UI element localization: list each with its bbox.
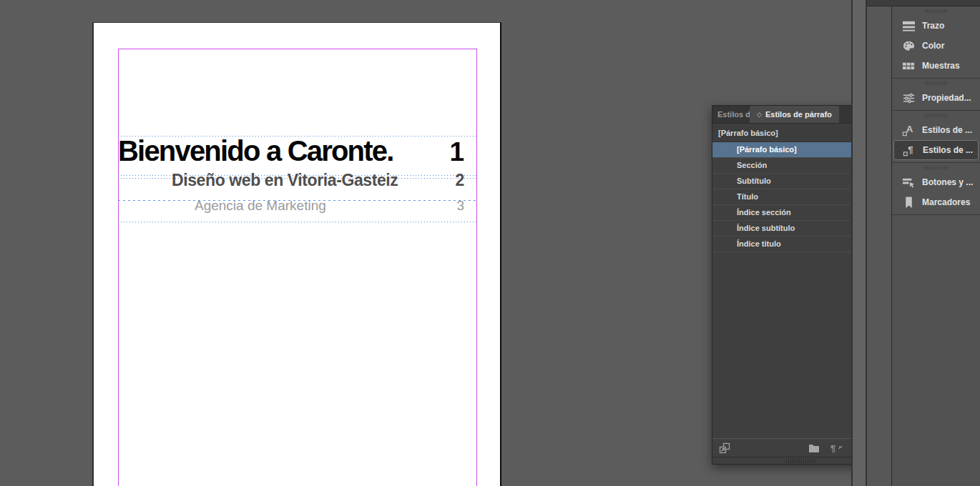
dock-item-estilos-de[interactable]: ¶Estilos de ...	[893, 140, 979, 160]
dock-group-grip[interactable]	[892, 79, 980, 88]
tab-paragraph-styles-label: Estilos de párrafo	[765, 110, 832, 119]
margin-guide-right	[476, 49, 477, 486]
svg-text:A: A	[906, 124, 913, 134]
dock-group-grip[interactable]	[892, 111, 980, 120]
dock-item-label: Muestras	[922, 61, 960, 71]
dock-item-estilos-de[interactable]: AEstilos de ...	[892, 120, 980, 140]
margin-guide-top	[118, 49, 476, 49]
sliders-icon	[901, 91, 916, 105]
dock-item-label: Propiedad...	[922, 93, 971, 103]
dock-item-label: Color	[922, 41, 944, 51]
margin-guide-left	[118, 49, 119, 486]
buttons-forms-icon	[901, 175, 916, 189]
square-arrow-icon[interactable]	[719, 442, 730, 454]
clear-overrides-icon[interactable]: ¶	[830, 443, 843, 453]
toc-page-number: 2	[456, 171, 464, 190]
toc-row: Agencia de Marketing3	[195, 198, 464, 214]
dock-panel-group: Botones y ...Marcadores	[892, 163, 980, 215]
stroke-icon	[901, 19, 916, 33]
current-style-label: [Párrafo básico]	[718, 129, 853, 137]
panel-dock: TrazoColorMuestrasPropiedad...AEstilos d…	[891, 6, 980, 486]
dock-item-label: Trazo	[922, 21, 944, 31]
bookmark-icon	[901, 195, 916, 209]
dock-top-bar	[867, 0, 980, 6]
dock-item-marcadores[interactable]: Marcadores	[892, 192, 980, 212]
swatches-icon	[901, 59, 916, 73]
toc-entry-text: Agencia de Marketing	[195, 198, 326, 214]
toc-page-number: 1	[449, 137, 464, 167]
dock-item-label: Botones y ...	[922, 177, 973, 187]
tab-paragraph-styles[interactable]: ◇ Estilos de párrafo	[750, 106, 839, 123]
dock-item-label: Estilos de ...	[922, 125, 972, 135]
dock-edge-strip	[867, 0, 891, 486]
toc-text-frame[interactable]: Bienvenido a Caronte.1Diseño web en Vito…	[118, 134, 464, 227]
new-style-group-folder-icon[interactable]	[808, 443, 820, 453]
palette-icon	[901, 39, 916, 53]
dock-item-propiedad[interactable]: Propiedad...	[892, 88, 980, 108]
tab-character-styles[interactable]: Estilos d	[712, 106, 750, 123]
panel-cycle-icon: ◇	[757, 111, 762, 118]
dock-item-color[interactable]: Color	[892, 36, 980, 56]
toc-row: Diseño web en Vitoria-Gasteiz2	[172, 171, 464, 190]
dock-panel-group: AEstilos de ...¶Estilos de ...	[892, 111, 980, 163]
document-page	[92, 22, 501, 486]
toc-entry-text: Diseño web en Vitoria-Gasteiz	[172, 171, 398, 190]
dock-panel-group: Propiedad...	[892, 79, 980, 111]
toc-row: Bienvenido a Caronte.1	[118, 135, 464, 167]
dock-item-botones-y[interactable]: Botones y ...	[892, 172, 980, 192]
character-styles-icon: A	[901, 123, 916, 137]
paragraph-styles-icon: ¶	[902, 143, 916, 157]
svg-text:¶: ¶	[830, 443, 836, 453]
dock-group-grip[interactable]	[892, 163, 980, 172]
dock-item-label: Estilos de ...	[923, 145, 973, 155]
dock-item-trazo[interactable]: Trazo	[892, 16, 980, 36]
panel-dock-divider	[851, 0, 867, 486]
toc-entry-text: Bienvenido a Caronte.	[118, 135, 393, 167]
dock-item-muestras[interactable]: Muestras	[892, 56, 980, 76]
toc-page-number: 3	[456, 198, 464, 214]
svg-text:¶: ¶	[908, 144, 913, 154]
dock-panel-group: TrazoColorMuestras	[892, 6, 980, 79]
dock-group-grip[interactable]	[892, 6, 980, 16]
dock-item-label: Marcadores	[922, 197, 970, 207]
